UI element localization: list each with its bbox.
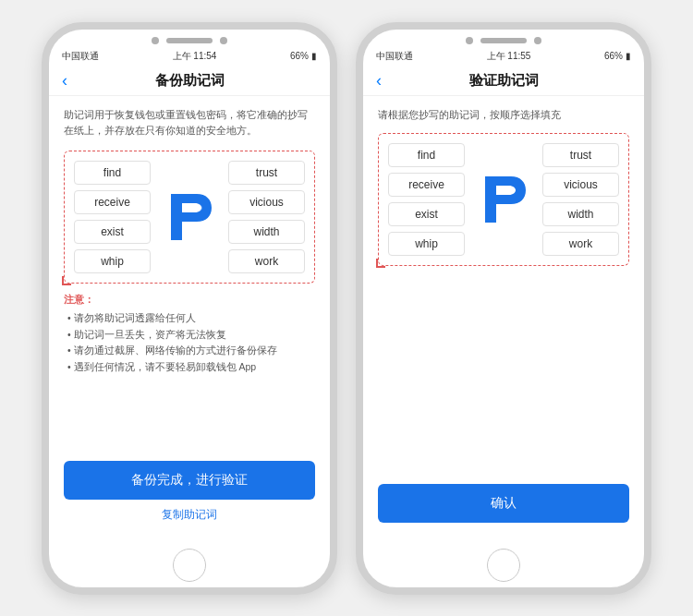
warning-item-2: • 助记词一旦丢失，资产将无法恢复 [64, 327, 315, 344]
phone-shell-2: 中国联通 上午 11:55 66% ▮ ‹ 验证助记词 请根据您抄写的助记词，按… [356, 22, 651, 595]
corner-mark-1 [62, 276, 71, 285]
tp-logo-1 [162, 185, 217, 249]
warning-item-1: • 请勿将助记词透露给任何人 [64, 310, 315, 327]
nav-bar-1: ‹ 备份助记词 [49, 66, 330, 96]
home-indicator-2 [363, 541, 644, 587]
mnemonic-box-1: find trust receive [64, 151, 315, 284]
speaker-bar-1 [166, 38, 213, 43]
battery-text-2: 66% [604, 51, 623, 61]
warning-item-4: • 遇到任何情况，请不要轻易卸载钱包 App [64, 359, 315, 376]
content-2: 请根据您抄写的助记词，按顺序选择填充 find trust receive [363, 96, 644, 541]
home-button-2[interactable] [487, 549, 520, 582]
status-bar-2: 中国联通 上午 11:55 66% ▮ [363, 48, 644, 66]
logo-center-1 [156, 185, 223, 249]
word-right-1: trust [228, 161, 305, 185]
backup-complete-button[interactable]: 备份完成，进行验证 [64, 461, 315, 500]
phone-screen-1: 中国联通 上午 11:54 66% ▮ ‹ 备份助记词 助记词用于恢复钱包或重置… [49, 30, 330, 587]
nav-title-1: 备份助记词 [155, 72, 225, 90]
word-right-3: width [228, 220, 305, 244]
verify-word-right-3[interactable]: width [542, 202, 619, 226]
home-button-1[interactable] [173, 549, 206, 582]
carrier-2: 中国联通 [376, 50, 413, 63]
back-button-1[interactable]: ‹ [62, 72, 67, 89]
battery-text-1: 66% [290, 51, 309, 61]
battery-icon-1: ▮ [311, 51, 317, 61]
verify-word-left-1[interactable]: find [388, 143, 465, 167]
warning-title-1: 注意： [64, 293, 315, 307]
verify-word-right-1[interactable]: trust [542, 143, 619, 167]
corner-mark-2 [376, 259, 385, 268]
warning-item-3: • 请勿通过截屏、网络传输的方式进行备份保存 [64, 343, 315, 359]
nav-bar-2: ‹ 验证助记词 [363, 66, 644, 96]
mnemonic-box-2: find trust receive vicious exi [378, 133, 629, 266]
camera-dot-4 [534, 37, 541, 44]
phone-1: 中国联通 上午 11:54 66% ▮ ‹ 备份助记词 助记词用于恢复钱包或重置… [42, 22, 337, 595]
warning-section-1: 注意： • 请勿将助记词透露给任何人 • 助记词一旦丢失，资产将无法恢复 • 请… [64, 293, 315, 376]
copy-mnemonic-link[interactable]: 复制助记词 [64, 507, 315, 523]
word-left-2: receive [74, 190, 151, 214]
camera-dot-1 [152, 37, 159, 44]
verify-word-right-4[interactable]: work [542, 232, 619, 256]
verify-word-left-4[interactable]: whip [388, 232, 465, 256]
logo-center-2 [470, 167, 537, 232]
status-bar-1: 中国联通 上午 11:54 66% ▮ [49, 48, 330, 66]
battery-2: 66% ▮ [604, 51, 631, 61]
word-left-3: exist [74, 220, 151, 244]
confirm-button[interactable]: 确认 [378, 484, 629, 523]
back-button-2[interactable]: ‹ [376, 72, 382, 89]
verify-word-right-2[interactable]: vicious [542, 173, 619, 197]
mnemonic-grid-2: find trust receive vicious exi [388, 143, 619, 256]
time-1: 上午 11:54 [173, 50, 217, 63]
verify-word-left-3[interactable]: exist [388, 202, 465, 226]
verify-desc: 请根据您抄写的助记词，按顺序选择填充 [378, 107, 629, 123]
word-left-1: find [74, 161, 151, 185]
battery-1: 66% ▮ [290, 51, 317, 61]
time-2: 上午 11:55 [487, 50, 531, 63]
battery-icon-2: ▮ [626, 51, 631, 61]
word-right-2: vicious [228, 190, 305, 214]
word-right-4: work [228, 249, 305, 273]
home-indicator-1 [49, 541, 330, 587]
tp-logo-2 [476, 167, 531, 232]
camera-dot-2 [220, 37, 227, 44]
content-1: 助记词用于恢复钱包或重置钱包密码，将它准确的抄写在纸上，并存放在只有你知道的安全… [49, 96, 330, 541]
mnemonic-grid-1: find trust receive [74, 161, 305, 273]
phone-screen-2: 中国联通 上午 11:55 66% ▮ ‹ 验证助记词 请根据您抄写的助记词，按… [363, 30, 644, 587]
verify-word-left-2[interactable]: receive [388, 173, 465, 197]
phone-2: 中国联通 上午 11:55 66% ▮ ‹ 验证助记词 请根据您抄写的助记词，按… [356, 22, 651, 595]
camera-dot-3 [466, 37, 473, 44]
word-left-4: whip [74, 249, 151, 273]
top-bar-1 [49, 30, 330, 48]
speaker-bar-2 [480, 38, 527, 43]
carrier-1: 中国联通 [62, 50, 99, 63]
top-bar-2 [363, 30, 644, 48]
description-1: 助记词用于恢复钱包或重置钱包密码，将它准确的抄写在纸上，并存放在只有你知道的安全… [64, 107, 315, 139]
phone-shell-1: 中国联通 上午 11:54 66% ▮ ‹ 备份助记词 助记词用于恢复钱包或重置… [42, 22, 337, 595]
nav-title-2: 验证助记词 [469, 72, 539, 90]
